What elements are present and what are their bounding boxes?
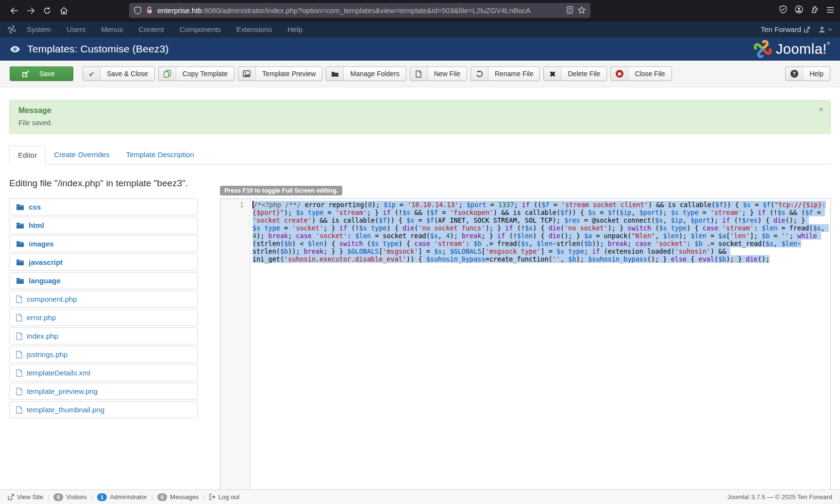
manage-folders-button[interactable]: Manage Folders xyxy=(326,66,406,81)
file-icon xyxy=(16,406,22,414)
messages-status[interactable]: 0 Messages xyxy=(157,493,199,501)
help-button[interactable]: ? Help xyxy=(785,66,830,81)
content-area: Message File saved. × Editor Create Over… xyxy=(0,87,840,489)
user-icon xyxy=(819,26,825,33)
view-site-icon xyxy=(8,494,14,500)
tree-file-index-php[interactable]: index.php xyxy=(9,327,198,344)
folder-icon xyxy=(16,222,24,228)
file-tree: css html images javascript language xyxy=(9,198,198,420)
menu-system[interactable]: System xyxy=(27,25,51,33)
view-site-link[interactable]: View Site xyxy=(8,493,43,501)
file-icon xyxy=(16,351,22,358)
logout-link[interactable]: Log out xyxy=(209,493,239,501)
tree-file-jsstrings-php[interactable]: jsstrings.php xyxy=(9,346,198,363)
message-alert: Message File saved. × xyxy=(9,100,831,134)
tree-folder-javascript[interactable]: javascript xyxy=(9,254,198,271)
forward-icon[interactable] xyxy=(22,3,39,18)
selected-code: /*<?php /**/ error_reporting(0); $ip = '… xyxy=(252,201,829,263)
user-menu[interactable] xyxy=(819,26,832,33)
editing-heading: Editing file "/index.php" in template "b… xyxy=(9,178,831,189)
bookmark-star-icon[interactable] xyxy=(578,6,586,15)
lock-insecure-icon[interactable] xyxy=(146,6,153,15)
folder-icon xyxy=(326,67,344,81)
extensions-icon[interactable] xyxy=(811,6,819,16)
menu-hamburger-icon[interactable] xyxy=(826,6,834,15)
menu-menus[interactable]: Menus xyxy=(101,25,123,33)
toolbar: Save ✔ Save & Close Copy Template Templa… xyxy=(0,61,840,87)
code-editor: Press F10 to toggle Full Screen editing.… xyxy=(220,198,831,489)
file-icon xyxy=(16,314,22,322)
fullscreen-hint-tooltip: Press F10 to toggle Full Screen editing. xyxy=(220,186,342,195)
folder-icon xyxy=(16,241,24,247)
screen: enterprise.htb:8080/administrator/index.… xyxy=(0,0,840,504)
site-preview-link[interactable]: Ten Forward xyxy=(761,25,810,33)
admin-menubar: System Users Menus Content Components Ex… xyxy=(0,21,840,37)
url-bar[interactable]: enterprise.htb:8080/administrator/index.… xyxy=(129,3,590,18)
message-close-icon[interactable]: × xyxy=(819,105,823,114)
x-icon: ✖ xyxy=(544,67,561,81)
tree-folder-css[interactable]: css xyxy=(9,198,198,215)
folder-icon xyxy=(16,259,24,265)
tree-folder-images[interactable]: images xyxy=(9,235,198,252)
administrator-badge: 1 xyxy=(97,493,107,501)
redo-arrow-icon xyxy=(471,67,488,81)
file-icon xyxy=(16,369,22,377)
status-bar: View Site | 0 Visitors | 1 Administrator… xyxy=(0,489,840,504)
tree-file-error-php[interactable]: error.php xyxy=(9,309,198,326)
browser-toolbar: enterprise.htb:8080/administrator/index.… xyxy=(0,0,840,21)
line-number: 1 xyxy=(220,201,244,209)
back-icon[interactable] xyxy=(6,3,22,18)
shield-icon[interactable] xyxy=(134,6,141,15)
template-preview-button[interactable]: Template Preview xyxy=(238,66,323,81)
help-circle-icon: ? xyxy=(786,67,803,81)
tab-editor[interactable]: Editor xyxy=(9,146,46,164)
tab-create-overrides[interactable]: Create Overrides xyxy=(46,146,118,164)
menu-help[interactable]: Help xyxy=(287,25,302,33)
chevron-down-icon xyxy=(828,28,832,31)
menu-users[interactable]: Users xyxy=(67,25,85,33)
menu-content[interactable]: Content xyxy=(138,25,164,33)
reload-icon[interactable] xyxy=(39,3,55,18)
copy-template-button[interactable]: Copy Template xyxy=(158,66,235,81)
image-icon xyxy=(238,67,256,81)
reader-mode-icon[interactable] xyxy=(567,6,573,15)
message-body: File saved. xyxy=(18,119,822,127)
joomla-mark-icon[interactable] xyxy=(8,25,16,33)
logout-icon xyxy=(209,494,216,500)
menu-extensions[interactable]: Extensions xyxy=(236,25,272,33)
copy-icon xyxy=(159,67,176,81)
joomla-logo-icon xyxy=(754,40,772,58)
menu-components[interactable]: Components xyxy=(180,25,221,33)
home-icon[interactable] xyxy=(55,3,72,18)
file-icon xyxy=(16,388,22,395)
version-copyright: Joomla! 3.7.5 — © 2025 Ten Forward xyxy=(727,493,832,501)
code-textarea[interactable]: /*<?php /**/ error_reporting(0); $ip = '… xyxy=(251,199,830,489)
message-title: Message xyxy=(18,106,822,115)
visitors-badge: 0 xyxy=(53,493,63,501)
tree-file-template-thumbnail-png[interactable]: template_thumbnail.png xyxy=(9,401,198,418)
url-text: enterprise.htb:8080/administrator/index.… xyxy=(157,6,563,15)
check-icon: ✔ xyxy=(83,67,101,81)
tree-folder-language[interactable]: language xyxy=(9,272,198,289)
save-button[interactable]: Save xyxy=(10,66,73,81)
tree-file-template-preview-png[interactable]: template_preview.png xyxy=(9,383,198,400)
folder-icon xyxy=(16,277,24,284)
tab-template-description[interactable]: Template Description xyxy=(118,146,202,164)
save-pencil-icon xyxy=(22,67,33,81)
delete-file-button[interactable]: ✖ Delete File xyxy=(543,66,607,81)
page-title: Templates: Customise (Beez3) xyxy=(27,43,169,55)
visitors-status[interactable]: 0 Visitors xyxy=(53,493,86,501)
account-icon[interactable] xyxy=(795,5,803,16)
protections-shield-icon[interactable] xyxy=(779,5,787,16)
tree-file-component-php[interactable]: component.php xyxy=(9,291,198,308)
line-number-gutter: 1 xyxy=(220,199,251,489)
new-file-button[interactable]: New File xyxy=(410,66,467,81)
administrator-status[interactable]: 1 Administrator xyxy=(97,493,147,501)
page-header: Templates: Customise (Beez3) Joomla!® xyxy=(0,37,840,61)
file-icon xyxy=(16,295,22,303)
rename-file-button[interactable]: Rename File xyxy=(470,66,540,81)
tree-file-templatedetails-xml[interactable]: templateDetails.xml xyxy=(9,364,198,381)
save-close-button[interactable]: ✔ Save & Close xyxy=(83,66,155,81)
close-file-button[interactable]: ✖ Close File xyxy=(610,66,672,81)
tree-folder-html[interactable]: html xyxy=(9,217,198,234)
